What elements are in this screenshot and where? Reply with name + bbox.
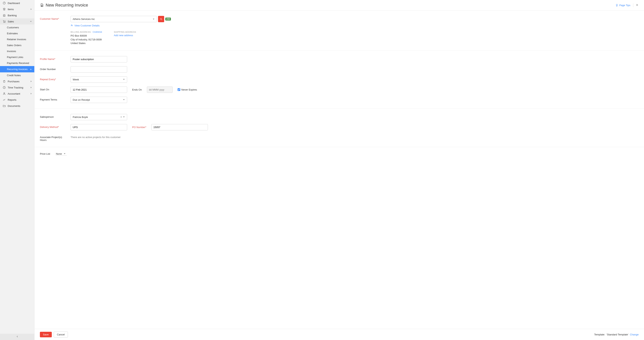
currency-badge: USD	[165, 18, 171, 20]
nav-purchases[interactable]: Purchases	[0, 78, 34, 84]
svg-point-1	[4, 22, 4, 22]
associate-projects-label: Associate Project(s) Hours	[40, 134, 70, 142]
folder-icon	[3, 104, 6, 107]
start-on-label: Start On	[40, 87, 70, 91]
start-on-input[interactable]	[70, 87, 127, 93]
profile-name-input[interactable]	[70, 56, 127, 62]
repeat-every-label: Repeat Every*	[40, 76, 70, 81]
nav-accountant[interactable]: Accountant	[0, 91, 34, 97]
nav-banking-label: Banking	[8, 14, 17, 17]
price-list-label: Price List	[40, 152, 50, 155]
customer-search-button[interactable]	[158, 16, 164, 22]
never-expires-label: Never Expires	[182, 88, 197, 91]
form-content: Customer Name* Athens Services Inc USD V…	[34, 10, 644, 329]
customer-name-label: Customer Name*	[40, 16, 70, 20]
nav-dashboard-label: Dashboard	[8, 2, 20, 4]
chart-icon	[3, 98, 6, 101]
nav-invoices-label: Invoices	[7, 50, 16, 53]
salesperson-select[interactable]: Patricia Boyle	[70, 114, 127, 120]
billing-address-block: BILLING ADDRESS CHANGE PO Box 60009 City…	[70, 31, 102, 45]
cart-icon	[3, 20, 6, 23]
bag-icon	[3, 80, 6, 83]
repeat-every-value: Week	[73, 78, 79, 81]
shipping-add-link[interactable]: Add new address	[114, 34, 136, 37]
shipping-heading: SHIPPING ADDRESS	[114, 31, 136, 33]
page-tips-link[interactable]: Page Tips	[616, 4, 630, 7]
nav-recurring-invoices[interactable]: Recurring Invoices +	[0, 66, 34, 72]
bulb-icon	[616, 4, 618, 7]
order-number-input[interactable]	[70, 66, 127, 73]
page-tips-label: Page Tips	[619, 4, 630, 7]
svg-point-6	[71, 24, 72, 25]
nav-customers[interactable]: Customers	[0, 24, 34, 30]
payment-terms-value: Due on Receipt	[73, 98, 90, 101]
nav-reports-label: Reports	[8, 98, 16, 101]
cancel-button[interactable]: Cancel	[54, 332, 68, 338]
nav-credit-notes[interactable]: Credit Notes	[0, 72, 34, 78]
price-list-select[interactable]: None	[56, 152, 66, 156]
nav-documents[interactable]: Documents	[0, 103, 34, 109]
nav-payment-links-label: Payment Links	[7, 56, 23, 59]
nav-sales-orders-label: Sales Orders	[7, 44, 22, 47]
nav-banking[interactable]: Banking	[0, 12, 34, 18]
nav-items[interactable]: Items	[0, 6, 34, 12]
svg-point-2	[5, 22, 5, 22]
delivery-method-label: Delivery Method*	[40, 124, 70, 129]
repeat-every-select[interactable]: Week	[70, 76, 127, 83]
nav-customers-label: Customers	[7, 26, 19, 29]
payment-terms-select[interactable]: Due on Receipt	[70, 97, 127, 103]
never-expires-checkbox[interactable]	[178, 88, 180, 91]
nav-payment-links[interactable]: Payment Links	[0, 54, 34, 60]
associate-projects-label-line2: Hours	[40, 139, 70, 142]
view-customer-details-link[interactable]: View Customer Details	[70, 24, 639, 27]
clock-icon	[3, 86, 6, 89]
nav-estimates-label: Estimates	[7, 32, 18, 35]
sidebar-collapse[interactable]	[0, 334, 34, 340]
nav-dashboard[interactable]: Dashboard	[0, 0, 34, 6]
po-number-input[interactable]	[151, 124, 208, 130]
customer-select-value: Athens Services Inc	[73, 18, 95, 20]
profile-name-label: Profile Name*	[40, 56, 70, 60]
nav-estimates[interactable]: Estimates	[0, 30, 34, 36]
associate-projects-label-line1: Associate Project(s)	[40, 136, 70, 139]
add-recurring-invoice-icon[interactable]: +	[30, 68, 32, 71]
nav-sales[interactable]: Sales	[0, 18, 34, 24]
billing-heading: BILLING ADDRESS	[70, 31, 91, 33]
nav-time-tracking[interactable]: Time Tracking	[0, 84, 34, 91]
main: New Recurring Invoice Page Tips Customer…	[34, 0, 644, 340]
ends-on-label: Ends On	[132, 88, 142, 91]
price-list-section: Price List None	[34, 147, 644, 161]
page-title: New Recurring Invoice	[46, 3, 88, 8]
customer-section: Customer Name* Athens Services Inc USD V…	[34, 10, 644, 51]
schedule-section: Profile Name* Order Number Repeat Every*…	[34, 51, 644, 109]
footer: Save Cancel Template: 'Standard Template…	[34, 329, 644, 340]
save-button[interactable]: Save	[40, 332, 52, 337]
associate-projects-empty: There are no active projects for this cu…	[70, 134, 639, 139]
delivery-method-input[interactable]	[70, 124, 127, 130]
nav-payments-received-label: Payments Received	[7, 62, 29, 64]
nav-items-label: Items	[8, 8, 14, 11]
nav-documents-label: Documents	[8, 105, 20, 107]
nav-purchases-label: Purchases	[8, 80, 19, 83]
shipping-address-block: SHIPPING ADDRESS Add new address	[114, 31, 136, 45]
price-list-value: None	[56, 152, 62, 155]
nav-sales-label: Sales	[8, 20, 14, 23]
customer-select[interactable]: Athens Services Inc	[70, 16, 157, 22]
billing-change-link[interactable]: CHANGE	[93, 31, 102, 33]
billing-line1: PO Box 60009	[70, 34, 102, 38]
sidebar: Dashboard Items Banking Sales Customers …	[0, 0, 34, 340]
nav-reports[interactable]: Reports	[0, 97, 34, 103]
nav-invoices[interactable]: Invoices	[0, 48, 34, 54]
nav-payments-received[interactable]: Payments Received	[0, 60, 34, 66]
nav-sales-orders[interactable]: Sales Orders	[0, 42, 34, 48]
search-icon	[160, 18, 162, 20]
template-change-link[interactable]: Change	[630, 333, 639, 336]
salesperson-label: Salesperson	[40, 114, 70, 118]
dashboard-icon	[3, 1, 6, 4]
svg-point-5	[160, 18, 162, 20]
profile-icon	[70, 24, 73, 27]
close-button[interactable]	[633, 3, 639, 7]
bank-icon	[3, 14, 6, 17]
nav-retainer-invoices[interactable]: Retainer Invoices	[0, 36, 34, 42]
page-header: New Recurring Invoice Page Tips	[34, 0, 644, 10]
